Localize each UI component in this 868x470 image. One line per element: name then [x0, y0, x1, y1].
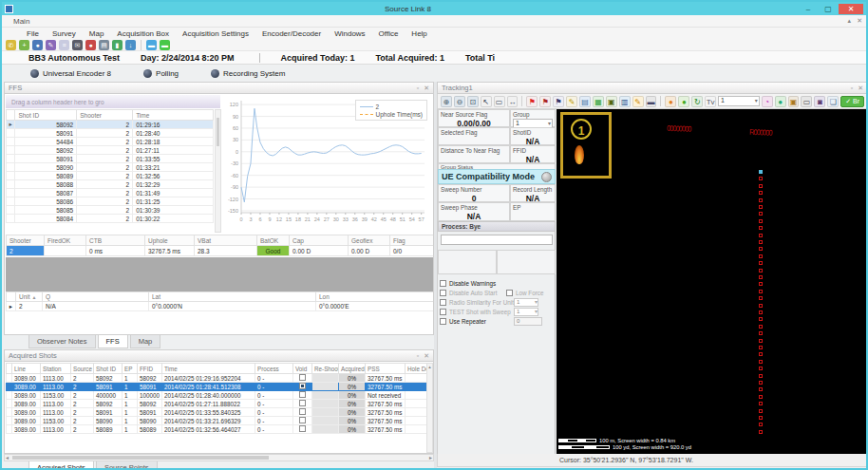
re-shoot-button[interactable]	[312, 408, 339, 417]
source-point[interactable]	[759, 226, 763, 230]
map-icon[interactable]: ▦	[593, 96, 604, 107]
monitor-icon[interactable]: ▭	[801, 96, 812, 107]
dock-tab-ffs[interactable]: FFS	[98, 335, 128, 348]
source-point[interactable]	[759, 381, 763, 385]
void-checkbox[interactable]	[299, 425, 306, 432]
source-point[interactable]	[759, 219, 763, 223]
tab-main[interactable]: Main	[6, 17, 37, 26]
mode-button-recording-system[interactable]: Recording System	[211, 69, 285, 78]
use-repeater-field[interactable]: 0	[514, 317, 542, 326]
broadcast-toggle-button[interactable]: Br	[840, 96, 864, 107]
person-refresh-icon[interactable]: ↻	[691, 96, 703, 107]
measure-icon[interactable]: ↔	[507, 96, 519, 107]
layers-icon[interactable]: ▤	[579, 96, 591, 107]
shots-table-row[interactable]: 54484201:28:18	[7, 138, 214, 146]
low-force-checkbox[interactable]	[506, 290, 513, 296]
status-blue-icon[interactable]: ▬	[146, 40, 157, 50]
chart-icon[interactable]: ▮	[112, 40, 123, 50]
source-point[interactable]	[759, 290, 763, 293]
column-header-time[interactable]: Time	[133, 110, 214, 121]
source-point[interactable]	[759, 296, 763, 300]
void-checkbox[interactable]	[299, 374, 306, 381]
source-point[interactable]	[759, 339, 763, 343]
source-point[interactable]	[759, 325, 763, 329]
column-header-firedok[interactable]: FiredOK	[45, 235, 86, 246]
printer-icon[interactable]: ▤	[99, 40, 109, 50]
source-point[interactable]	[759, 430, 763, 434]
person-orange-icon[interactable]: ●	[665, 96, 676, 107]
close-panel-icon[interactable]	[424, 85, 429, 92]
source-point[interactable]	[759, 360, 763, 364]
source-point[interactable]	[759, 387, 763, 391]
shots-table-row[interactable]: 58085201:30:39	[7, 206, 214, 215]
source-point[interactable]	[759, 374, 763, 378]
export-icon[interactable]: ↓	[125, 40, 136, 50]
mode-button-universal-encoder-8[interactable]: Universal Encoder 8	[30, 69, 111, 78]
shots-table-row[interactable]: ▸58092201:29:16	[7, 121, 214, 129]
column-header-ffid[interactable]: FFID	[138, 364, 162, 374]
source-point[interactable]	[759, 409, 763, 413]
acquired-vscrollbar[interactable]: ▴	[426, 363, 433, 453]
source-point[interactable]	[759, 423, 763, 426]
copy-icon[interactable]: ❏	[827, 96, 839, 107]
menu-item-map[interactable]: Map	[89, 29, 104, 38]
menu-item-help[interactable]: Help	[411, 29, 426, 38]
minimize-button[interactable]	[799, 4, 818, 14]
column-header-q[interactable]: Q	[43, 292, 149, 302]
re-shoot-button[interactable]	[312, 383, 339, 391]
zoom-window-icon[interactable]: ⊡	[467, 96, 479, 107]
source-point[interactable]	[759, 254, 763, 258]
column-header-shot-id[interactable]: Shot ID	[15, 110, 77, 121]
column-header-process[interactable]: Process	[255, 364, 293, 374]
column-header-shot-id[interactable]: Shot ID	[94, 364, 123, 374]
source-point[interactable]	[759, 269, 763, 273]
select-rect-icon[interactable]: ▭	[494, 96, 505, 107]
flag-red-icon[interactable]: ⚑	[539, 96, 551, 107]
void-checkbox[interactable]	[299, 391, 306, 398]
column-header-geoflex[interactable]: Geoflex	[349, 235, 390, 246]
column-header-uphole[interactable]: Uphole	[145, 235, 195, 246]
column-header-shooter[interactable]: Shooter	[77, 110, 133, 121]
source-point[interactable]	[759, 212, 763, 216]
acquired-shot-row[interactable]: 3089.001113.002580921580922014/02/25 01:…	[7, 374, 428, 383]
camera-icon[interactable]: ◙	[814, 96, 825, 107]
source-point[interactable]	[759, 247, 763, 251]
source-point[interactable]	[759, 352, 763, 356]
source-point[interactable]	[759, 191, 763, 195]
column-header-pss[interactable]: PSS	[366, 364, 406, 374]
add-item-icon[interactable]: +	[19, 40, 29, 50]
group-marker[interactable]: 1	[571, 119, 592, 140]
source-point[interactable]	[759, 367, 763, 370]
source-point[interactable]	[759, 346, 763, 349]
photo-icon[interactable]: ▣	[788, 96, 800, 107]
menu-item-acquisition-box[interactable]: Acquisition Box	[117, 29, 169, 38]
source-point[interactable]	[759, 198, 763, 202]
chart-icon[interactable]: ▥	[619, 96, 631, 107]
source-point[interactable]	[759, 261, 763, 265]
shots-table-row[interactable]: 58091201:28:40	[7, 129, 214, 138]
menu-item-acquisition-settings[interactable]: Acquisition Settings	[182, 29, 249, 38]
test-shot-checkbox[interactable]	[440, 309, 446, 315]
acquired-shot-row[interactable]: 3089.001113.002580911580912014/02/25 01:…	[7, 408, 428, 417]
column-header-cap[interactable]: Cap	[290, 235, 349, 246]
maximize-button[interactable]	[819, 4, 838, 14]
menu-item-office[interactable]: Office	[379, 29, 399, 38]
column-header-acquired[interactable]: Acquired	[339, 364, 366, 374]
source-point[interactable]	[759, 416, 763, 420]
dock-tab-observer-notes[interactable]: Observer Notes	[28, 335, 96, 348]
status-green-icon[interactable]: ▬	[160, 40, 170, 50]
use-repeater-checkbox[interactable]	[440, 318, 446, 325]
column-header-lon[interactable]: Lon	[316, 292, 434, 302]
column-header-batok[interactable]: BatOK	[257, 235, 290, 246]
close-panel-icon[interactable]	[858, 85, 863, 92]
pin-panel-icon[interactable]	[417, 352, 419, 360]
acquired-hscrollbar[interactable]	[4, 454, 434, 461]
source-point[interactable]	[759, 310, 763, 314]
void-checkbox[interactable]	[299, 400, 306, 406]
notes-icon[interactable]: ≡	[59, 40, 69, 50]
column-header-time[interactable]: Time	[162, 364, 255, 374]
acquired-shot-row[interactable]: 3089.001113.002580921580922014/02/25 01:…	[7, 400, 428, 408]
disable-auto-start-checkbox[interactable]	[440, 290, 446, 296]
column-header-lat[interactable]: Lat	[149, 292, 316, 302]
source-point[interactable]	[759, 184, 763, 188]
